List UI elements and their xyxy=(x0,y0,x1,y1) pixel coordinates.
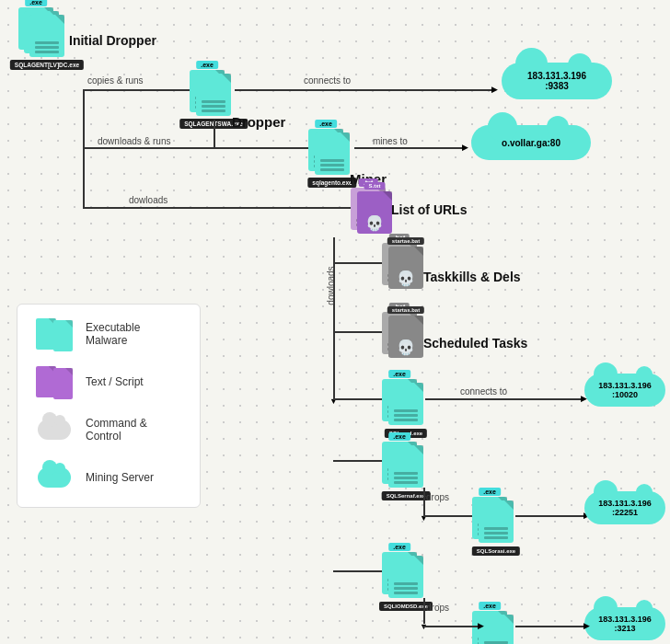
c2-1-text: 183.131.3.196 :9383 xyxy=(527,71,586,91)
bat-tag-taskkills: startae.bat xyxy=(387,237,424,245)
taskkills-label: Taskkills & Dels xyxy=(423,270,521,284)
exe-tag-sqlamd-back: .exe xyxy=(388,370,410,378)
exe-tag-sqlsernaf-back: .exe xyxy=(388,432,410,441)
legend-item-c2: Command & Control xyxy=(36,414,181,445)
downloads-runs-arrow: ▶ xyxy=(83,147,313,149)
sqlamd-arrow: ▶ xyxy=(333,398,387,400)
c2-2-text: 183.131.3.196 :10020 xyxy=(598,381,652,399)
exe-tag-sqliomds-back: .exe xyxy=(479,602,501,610)
mining-server-text: o.vollar.ga:80 xyxy=(502,138,560,148)
connects-to-c2-arrow: ▶ xyxy=(235,89,492,91)
copies-runs-label: copies & runs xyxy=(87,75,144,86)
dropper-exe-tag-back: .exe xyxy=(196,61,218,69)
sqliomds-connects-arrow: ▶ xyxy=(515,626,584,627)
c2-cloud-1: 183.131.3.196 :9383 xyxy=(502,63,612,99)
drops-label-1: drops xyxy=(426,492,449,502)
list-urls-label: List of URLs xyxy=(391,202,467,217)
mines-to-arrow: ▶ xyxy=(354,147,463,149)
scheduled-arrow: ▶ xyxy=(333,331,387,333)
sqlamd-file-front: SQLamd.exe xyxy=(388,383,423,425)
mines-to-label: mines to xyxy=(373,136,408,146)
sqliomdsd-file-front: SQLIOMDSD.exe xyxy=(388,556,423,598)
vert-connector-urls xyxy=(83,147,85,208)
drops-label-2: drops xyxy=(426,603,449,613)
legend-mining-icon xyxy=(36,462,73,493)
legend-txt-label: Text / Script xyxy=(86,375,144,388)
sqlsorasi-horiz-arrow: ▶ xyxy=(423,515,477,517)
scheduled-label: Scheduled Tasks xyxy=(423,336,527,351)
legend-exe-label: Executable Malware xyxy=(86,321,181,347)
legend-txt-icon xyxy=(36,366,73,397)
downloads-runs-label: downloads & runs xyxy=(98,136,171,146)
legend-item-exe: Executable Malware xyxy=(36,318,181,350)
sqliomds-horiz-arrow: ▶ xyxy=(423,626,479,627)
exe-tag-sqlsorasi-back: .exe xyxy=(479,488,501,496)
c2-cloud-2: 183.131.3.196 :10020 xyxy=(584,374,665,407)
legend-box: Executable Malware Text / Script Command… xyxy=(17,304,201,508)
legend-item-mining: Mining Server xyxy=(36,462,181,493)
sqlsorasi-name-tag: SQLSorasi.exe xyxy=(472,546,520,556)
sqlsorasi-connects-arrow: ▶ xyxy=(515,515,584,517)
legend-exe-icon xyxy=(36,318,73,350)
downloads-label: dowloads xyxy=(129,195,168,205)
sqlsernaf-file-front: SQLSernaf.exe xyxy=(388,445,423,488)
downloads-arrow: ▶ xyxy=(83,207,354,209)
sqlamd-connects-arrow: ▶ xyxy=(425,398,582,400)
sqlagent-lvdc-tag: SQLAGENT[LV]DC.exe xyxy=(10,60,84,70)
connects-to-label: connects to xyxy=(304,75,351,86)
miner-exe-tag-back: .exe xyxy=(315,120,337,128)
dropper-label: Dropper xyxy=(232,114,285,130)
c2-4-text: 183.131.3.196 :3213 xyxy=(598,615,652,633)
diagram: Executable Malware Text / Script Command… xyxy=(0,0,670,644)
initial-exe-tag: .exe xyxy=(25,0,47,6)
txt-tag-front: S.txt xyxy=(364,182,385,190)
dropper-file-front: SQLAGENTSWA.exe xyxy=(196,74,231,116)
exe-tag-sqliomdsd-back: .exe xyxy=(388,543,410,551)
initial-dropper-file-1: SQLAGENT[LV]DC.exe xyxy=(29,15,64,57)
sqliomdsd-arrow: ▶ xyxy=(333,570,387,572)
legend-c2-label: Command & Control xyxy=(86,417,181,443)
legend-item-txt: Text / Script xyxy=(36,366,181,397)
c2-cloud-3: 183.131.3.196 :22251 xyxy=(584,491,665,524)
initial-dropper-label: Initial Dropper xyxy=(69,33,156,48)
drops-vert-2: ▼ xyxy=(423,598,425,624)
legend-mining-label: Mining Server xyxy=(86,471,154,484)
legend-c2-icon xyxy=(36,414,73,445)
miner-file-front: sqlagento.exe xyxy=(315,132,350,175)
scheduled-file-front: startas.bat 💀 xyxy=(388,316,423,358)
drops-vert-1: ▼ xyxy=(423,488,425,515)
c2-cloud-4: 183.131.3.196 :3213 xyxy=(584,607,665,640)
urls-txt-file-front: S.txt 💀 xyxy=(357,191,392,234)
sqlsernaf-arrow: ▶ xyxy=(333,460,387,462)
downloads-rotated-label: dowloads xyxy=(326,266,336,305)
copies-runs-arrow: ▶ xyxy=(83,89,193,91)
dropper-vert-line xyxy=(214,120,215,147)
taskkills-file-front: startae.bat 💀 xyxy=(388,247,423,289)
sqlsorasi-file-front: SQLSorasi.exe xyxy=(479,500,514,543)
vert-connector-miner xyxy=(83,91,85,148)
c2-3-text: 183.131.3.196 :22251 xyxy=(598,499,652,517)
bat-tag-sched: startas.bat xyxy=(387,306,424,314)
mining-cloud: o.vollar.ga:80 xyxy=(471,125,591,160)
taskkills-arrow: ▶ xyxy=(333,262,387,264)
sqlamd-connects-label: connects to xyxy=(460,386,507,397)
